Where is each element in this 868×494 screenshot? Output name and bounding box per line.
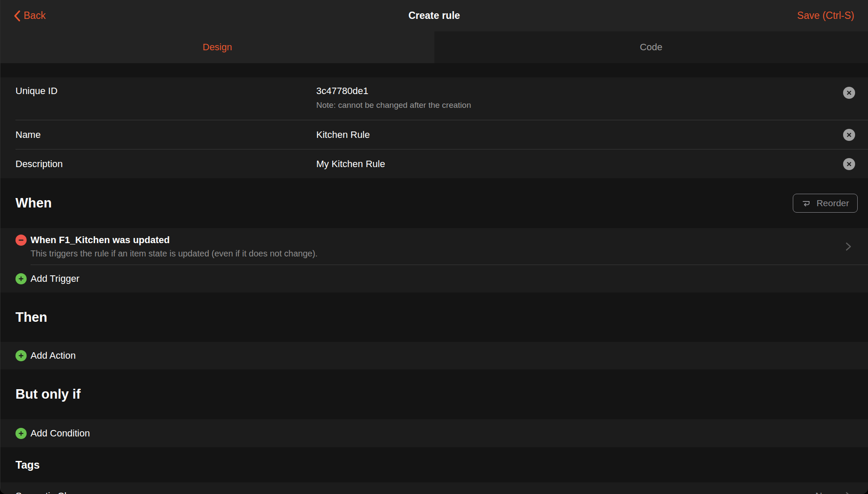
add-trigger-label: Add Trigger [31, 273, 79, 284]
trigger-title: When F1_Kitchen was updated [31, 235, 170, 246]
chevron-left-icon [13, 10, 21, 21]
clear-icon [846, 89, 853, 96]
clear-icon [846, 131, 853, 138]
tags-title: Tags [15, 459, 40, 471]
tags-section-header: Tags [0, 447, 868, 482]
unique-id-note: Note: cannot be changed after the creati… [316, 101, 471, 110]
only-if-title: But only if [15, 387, 81, 402]
chevron-right-icon [845, 241, 852, 252]
semantic-class-label: Semantic Class [15, 491, 81, 494]
name-value[interactable]: Kitchen Rule [316, 129, 370, 140]
unique-id-label: Unique ID [15, 85, 316, 97]
conditions-list: Add Condition [0, 419, 868, 447]
triggers-list: When F1_Kitchen was updated This trigger… [0, 228, 868, 293]
unique-id-value[interactable]: 3c47780de1 [316, 85, 471, 97]
description-row: Description My Kitchen Rule [0, 149, 868, 178]
add-icon [15, 273, 27, 284]
rule-fields-list: Unique ID 3c47780de1 Note: cannot be cha… [0, 77, 868, 178]
add-trigger-button[interactable]: Add Trigger [0, 265, 868, 293]
reorder-icon [801, 198, 812, 208]
chevron-right-icon [845, 491, 852, 494]
tab-code[interactable]: Code [434, 31, 868, 63]
navbar: Back Create rule Save (Ctrl-S) [0, 0, 868, 31]
name-label: Name [15, 129, 316, 140]
description-label: Description [15, 159, 316, 170]
semantic-class-value: None [815, 491, 838, 494]
unique-id-row: Unique ID 3c47780de1 Note: cannot be cha… [0, 77, 868, 120]
add-condition-button[interactable]: Add Condition [0, 419, 868, 447]
then-title: Then [15, 310, 47, 325]
when-title: When [15, 195, 52, 211]
save-button[interactable]: Save (Ctrl-S) [797, 10, 854, 21]
add-condition-label: Add Condition [31, 428, 90, 439]
add-icon [15, 350, 27, 361]
page-title: Create rule [0, 10, 868, 21]
back-button[interactable]: Back [13, 10, 46, 21]
name-row: Name Kitchen Rule [0, 120, 868, 149]
reorder-label: Reorder [816, 198, 849, 208]
clear-description-button[interactable] [843, 158, 855, 170]
create-rule-page: Back Create rule Save (Ctrl-S) Design Co… [0, 0, 868, 494]
description-value[interactable]: My Kitchen Rule [316, 159, 385, 170]
reorder-button[interactable]: Reorder [793, 194, 858, 213]
add-action-label: Add Action [31, 350, 76, 361]
clear-unique-id-button[interactable] [843, 87, 855, 99]
when-section-header: When Reorder [0, 178, 868, 228]
back-label: Back [24, 10, 46, 21]
add-action-button[interactable]: Add Action [0, 342, 868, 369]
tags-list: Semantic Class None [0, 482, 868, 494]
clear-name-button[interactable] [843, 129, 855, 141]
tabbar: Design Code [0, 31, 868, 63]
tab-design[interactable]: Design [0, 31, 434, 63]
semantic-class-row[interactable]: Semantic Class None [0, 482, 868, 494]
trigger-subtitle: This triggers the rule if an item state … [31, 249, 838, 259]
trigger-item[interactable]: When F1_Kitchen was updated This trigger… [0, 228, 868, 265]
spacer [0, 63, 868, 77]
only-if-section-header: But only if [0, 369, 868, 419]
then-section-header: Then [0, 293, 868, 342]
clear-icon [846, 161, 853, 168]
actions-list: Add Action [0, 342, 868, 369]
remove-trigger-icon[interactable] [15, 235, 27, 246]
add-icon [15, 428, 27, 439]
